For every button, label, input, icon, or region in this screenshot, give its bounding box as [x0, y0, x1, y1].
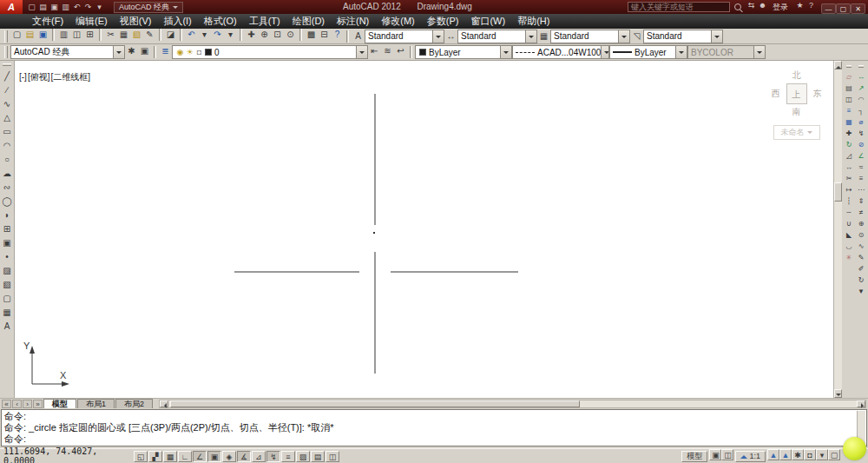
- construction-line-icon[interactable]: ∕: [1, 83, 14, 96]
- make-object-layer-current-icon[interactable]: ⇤: [368, 44, 381, 57]
- viewcube-south[interactable]: 南: [787, 106, 806, 118]
- quick-dim-icon[interactable]: ≈: [857, 162, 866, 173]
- lineweight-toggle[interactable]: ≡: [281, 451, 295, 462]
- annotation-visibility-icon[interactable]: ▲: [767, 449, 779, 460]
- polygon-icon[interactable]: △: [1, 111, 14, 124]
- dim-angular-icon[interactable]: ∠: [857, 150, 866, 162]
- qnew-icon[interactable]: ▢: [10, 28, 23, 41]
- chevron-down-icon[interactable]: [113, 46, 124, 58]
- fillet-icon[interactable]: ◡: [845, 241, 854, 252]
- clean-screen-icon[interactable]: ▢: [828, 449, 840, 460]
- plot-icon[interactable]: ▥: [57, 28, 70, 41]
- tab-layout2[interactable]: 布局2: [115, 399, 153, 408]
- rotate-icon[interactable]: ↻: [845, 139, 854, 150]
- multileader-style-icon[interactable]: ◹: [630, 30, 643, 43]
- ortho-toggle[interactable]: ∟: [178, 451, 192, 462]
- menu-item[interactable]: 绘图(D): [286, 14, 331, 29]
- polyline-icon[interactable]: ∿: [1, 97, 14, 110]
- dim-style-icon[interactable]: ↔: [444, 30, 457, 43]
- scale-icon[interactable]: ◿: [845, 150, 854, 162]
- layer-on-bulb-icon[interactable]: ◉: [175, 46, 185, 59]
- annotation-autoscale-icon[interactable]: ▲: [779, 449, 792, 460]
- insert-block-icon[interactable]: ⊞: [1, 222, 14, 235]
- last-tab-button[interactable]: »: [33, 400, 43, 408]
- layer-previous-icon[interactable]: ↩: [394, 44, 407, 57]
- multiline-text-icon[interactable]: A: [1, 320, 14, 333]
- status-tray-icon[interactable]: ▾: [816, 449, 828, 460]
- offset-icon[interactable]: ≡: [845, 105, 854, 116]
- dim-baseline-icon[interactable]: ≡: [857, 173, 866, 184]
- horizontal-scrollbar[interactable]: [159, 400, 866, 408]
- ellipse-icon[interactable]: ◯: [1, 195, 14, 208]
- search-icon[interactable]: [734, 3, 741, 10]
- line-icon[interactable]: ╱: [1, 69, 14, 83]
- dim-linear-icon[interactable]: ↔: [857, 71, 866, 83]
- viewcube-top-face[interactable]: 上: [786, 83, 807, 104]
- snap-toggle[interactable]: ▞: [148, 451, 162, 462]
- undo-icon[interactable]: ↶: [185, 28, 198, 41]
- ducs-toggle[interactable]: ⊿: [252, 451, 266, 462]
- tab-layout1[interactable]: 布局1: [77, 399, 115, 408]
- menu-item[interactable]: 工具(T): [243, 14, 286, 29]
- break-icon[interactable]: ┄: [845, 207, 854, 218]
- help-icon[interactable]: ?: [806, 0, 817, 11]
- save-icon[interactable]: ▣: [49, 2, 60, 13]
- dim-ordinate-icon[interactable]: ┐: [857, 105, 866, 116]
- scroll-up-button[interactable]: [834, 61, 842, 69]
- minimize-icon[interactable]: —: [821, 3, 836, 14]
- first-tab-button[interactable]: «: [2, 400, 11, 408]
- layer-freeze-sun-icon[interactable]: ☀: [185, 46, 194, 59]
- next-tab-button[interactable]: ›: [23, 400, 32, 408]
- infer-constraints-toggle[interactable]: ◱: [134, 451, 148, 462]
- quick-view-drawings-icon[interactable]: ◫: [721, 449, 733, 460]
- block-editor-icon[interactable]: ◪: [164, 28, 177, 41]
- circle-icon[interactable]: ○: [1, 153, 14, 166]
- revision-cloud-icon[interactable]: ☁: [1, 167, 14, 180]
- undo-history-icon[interactable]: ▾: [198, 28, 211, 41]
- open-icon[interactable]: ▤: [23, 28, 36, 41]
- spline-icon[interactable]: ∾: [1, 181, 14, 194]
- workspace-switching-gear-icon[interactable]: ✱: [792, 449, 804, 460]
- menu-item[interactable]: 窗口(W): [464, 14, 511, 29]
- ellipse-arc-icon[interactable]: ◗: [1, 208, 14, 222]
- dim-arc-length-icon[interactable]: ◠: [857, 94, 866, 105]
- stretch-icon[interactable]: ↔: [845, 162, 854, 173]
- layer-properties-icon[interactable]: ≣: [159, 44, 172, 57]
- paste-icon[interactable]: ▧: [130, 28, 143, 41]
- chevron-down-icon[interactable]: [356, 46, 367, 58]
- region-icon[interactable]: ▢: [1, 292, 14, 305]
- app-menu-button[interactable]: A: [0, 0, 23, 14]
- quickcalc-icon[interactable]: ⊟: [318, 28, 331, 41]
- array-icon[interactable]: ▦: [845, 116, 854, 128]
- zoom-previous-icon[interactable]: ⊙: [284, 28, 297, 41]
- menu-item[interactable]: 插入(I): [157, 14, 197, 29]
- join-icon[interactable]: ∪: [845, 218, 854, 229]
- quick-properties-toggle[interactable]: ▤: [311, 451, 325, 462]
- workspace-settings-icon[interactable]: ✱: [125, 44, 138, 57]
- selection-cycling-toggle[interactable]: ◫: [326, 451, 339, 462]
- table-style-combo[interactable]: Standard: [550, 30, 630, 43]
- dim-space-icon[interactable]: ⇕: [857, 195, 866, 207]
- toolbar-grip[interactable]: [858, 65, 864, 68]
- close-icon[interactable]: ✕: [851, 3, 865, 14]
- qat-customize-icon[interactable]: ▾: [94, 2, 105, 13]
- 3d-osnap-toggle[interactable]: ◈: [222, 451, 236, 462]
- undo-icon[interactable]: ↶: [71, 2, 82, 13]
- help-icon[interactable]: ?: [331, 28, 344, 41]
- toolbar-lock-icon[interactable]: ◘: [804, 449, 816, 460]
- plot-preview-icon[interactable]: ◫: [70, 28, 83, 41]
- polar-toggle[interactable]: ∠: [193, 451, 207, 462]
- menu-item[interactable]: 编辑(E): [69, 14, 114, 29]
- transparency-toggle[interactable]: ▨: [296, 451, 310, 462]
- center-mark-icon[interactable]: ⊙: [857, 229, 866, 241]
- otrack-toggle[interactable]: ∡: [237, 451, 251, 462]
- rectangle-icon[interactable]: ▭: [1, 125, 14, 138]
- open-icon[interactable]: ▤: [37, 2, 49, 13]
- user-icon[interactable]: ☻: [757, 0, 768, 11]
- chevron-down-icon[interactable]: [711, 30, 722, 43]
- erase-icon[interactable]: ▱: [845, 71, 854, 83]
- horizontal-scroll-thumb[interactable]: [170, 400, 580, 407]
- arc-icon[interactable]: ◠: [1, 139, 14, 152]
- move-icon[interactable]: ✚: [845, 128, 854, 139]
- cut-icon[interactable]: ✂: [104, 28, 117, 41]
